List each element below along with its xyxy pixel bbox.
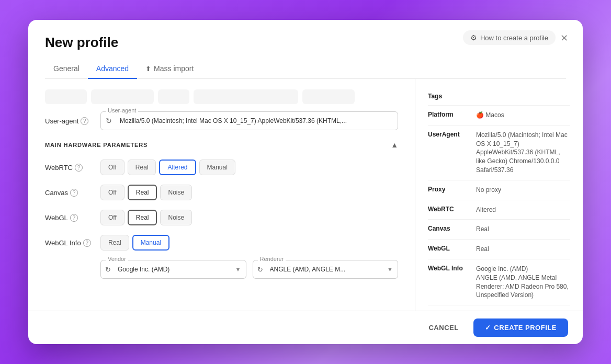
webgl-info-help-icon[interactable]: ? (83, 239, 91, 247)
close-button[interactable]: ✕ (556, 30, 572, 46)
webgl-info-manual-btn[interactable]: Manual (132, 235, 169, 251)
right-webgpu-value: Real (476, 306, 489, 311)
webgl-off-btn[interactable]: Off (100, 210, 125, 225)
webrtc-row: WebRTC ? Off Real Altered Manual (45, 160, 398, 175)
webgl-help-icon[interactable]: ? (70, 214, 78, 222)
right-row-webgl: WebGL Real (428, 240, 570, 259)
canvas-btn-group: Off Real Noise (100, 185, 192, 200)
right-webgl-label: WebGL (428, 241, 470, 258)
right-row-webgpu: WebGPU Real (428, 305, 570, 311)
renderer-float-label: Renderer (258, 256, 286, 262)
right-webgl-value: Real (476, 241, 489, 258)
modal-header: New profile ⚙ How to create a profile ✕ … (28, 20, 583, 79)
checkmark-icon: ✓ (485, 324, 491, 332)
hardware-section-title: MAIN HARDWARE PARAMETERS (45, 142, 148, 148)
user-agent-row: User-agent ? User-agent ↻ (45, 111, 398, 130)
vendor-refresh-icon[interactable]: ↻ (105, 266, 111, 274)
canvas-help-icon[interactable]: ? (70, 189, 78, 197)
help-button[interactable]: ⚙ How to create a profile (463, 30, 556, 45)
webrtc-btn-group: Off Real Altered Manual (100, 160, 235, 175)
right-panel: Tags Platform 🍎 Macos UserAgent Mozilla/… (415, 79, 583, 311)
hardware-section-header: MAIN HARDWARE PARAMETERS ▲ (45, 141, 398, 149)
modal: New profile ⚙ How to create a profile ✕ … (28, 20, 583, 344)
right-row-webgl-info: WebGL Info Google Inc. (AMD) ANGLE (AMD,… (428, 259, 570, 305)
webrtc-off-btn[interactable]: Off (100, 160, 125, 175)
right-platform-label: Platform (428, 107, 470, 124)
webgl-info-label: WebGL Info ? (45, 239, 92, 247)
renderer-dropdown-wrap: Renderer ↻ ANGLE (AMD, ANGLE M... ▼ (253, 260, 399, 279)
right-tags-label: Tags (428, 88, 470, 104)
webgl-real-btn[interactable]: Real (128, 210, 157, 225)
webrtc-help-icon[interactable]: ? (75, 164, 83, 172)
cancel-button[interactable]: CANCEL (420, 320, 467, 336)
canvas-off-btn[interactable]: Off (100, 185, 125, 200)
tab-bar: General Advanced ⬆ Mass import (45, 59, 566, 79)
canvas-label: Canvas ? (45, 189, 92, 197)
webgl-noise-btn[interactable]: Noise (160, 210, 192, 225)
right-row-tags: Tags (428, 87, 570, 106)
vendor-float-label: Vendor (106, 256, 128, 262)
tab-mass-import[interactable]: ⬆ Mass import (137, 59, 202, 79)
right-row-canvas: Canvas Real (428, 220, 570, 240)
user-agent-help-icon[interactable]: ? (81, 117, 88, 125)
canvas-row: Canvas ? Off Real Noise (45, 185, 398, 200)
vendor-renderer-row: Vendor ↻ Google Inc. (AMD) ▼ Renderer ↻ … (100, 260, 398, 279)
user-agent-label: User-agent ? (45, 117, 92, 125)
create-profile-label: CREATE PROFILE (494, 324, 557, 332)
right-platform-value: 🍎 Macos (476, 107, 504, 124)
right-row-proxy: Proxy No proxy (428, 180, 570, 200)
right-webgpu-label: WebGPU (428, 306, 470, 311)
faded-row-top (45, 89, 398, 104)
user-agent-refresh-icon[interactable]: ↻ (106, 117, 112, 125)
webgl-info-btn-group: Real Manual (100, 235, 169, 251)
left-panel: User-agent ? User-agent ↻ MAIN HARDWARE … (28, 79, 415, 311)
help-button-label: How to create a profile (480, 34, 548, 42)
user-agent-float-label: User-agent (106, 107, 138, 113)
upload-icon: ⬆ (145, 65, 151, 73)
right-proxy-label: Proxy (428, 181, 470, 199)
webrtc-label: WebRTC ? (45, 164, 92, 172)
canvas-real-btn[interactable]: Real (128, 185, 157, 200)
user-agent-input-wrapper: User-agent ↻ (100, 111, 398, 130)
create-profile-button[interactable]: ✓ CREATE PROFILE (473, 318, 568, 337)
modal-body: User-agent ? User-agent ↻ MAIN HARDWARE … (28, 79, 583, 311)
webgl-info-real-btn[interactable]: Real (100, 235, 129, 251)
right-row-platform: Platform 🍎 Macos (428, 106, 570, 126)
right-webrtc-value: Altered (476, 201, 496, 219)
right-webrtc-label: WebRTC (428, 201, 470, 219)
right-useragent-value: Mozilla/5.0 (Macintosh; Intel Mac OS X 1… (476, 127, 570, 179)
right-canvas-label: Canvas (428, 221, 470, 238)
renderer-refresh-icon[interactable]: ↻ (257, 266, 263, 274)
canvas-noise-btn[interactable]: Noise (160, 185, 192, 200)
webgl-row: WebGL ? Off Real Noise (45, 210, 398, 225)
right-proxy-value: No proxy (476, 181, 501, 199)
user-agent-input[interactable] (100, 111, 398, 130)
right-webgl-info-value: Google Inc. (AMD) ANGLE (AMD, ANGLE Meta… (476, 260, 570, 304)
right-row-webrtc: WebRTC Altered (428, 200, 570, 220)
tab-general[interactable]: General (45, 59, 88, 79)
webrtc-real-btn[interactable]: Real (128, 160, 156, 175)
modal-footer: CANCEL ✓ CREATE PROFILE (28, 311, 583, 344)
right-useragent-label: UserAgent (428, 127, 470, 179)
gear-icon: ⚙ (470, 33, 477, 42)
right-webgl-info-label: WebGL Info (428, 260, 470, 304)
webrtc-altered-btn[interactable]: Altered (159, 160, 196, 175)
close-icon: ✕ (560, 33, 568, 43)
vendor-select[interactable]: Google Inc. (AMD) (100, 260, 246, 279)
webgl-btn-group: Off Real Noise (100, 210, 192, 225)
tab-advanced[interactable]: Advanced (88, 59, 137, 79)
webgl-label: WebGL ? (45, 214, 92, 222)
renderer-select[interactable]: ANGLE (AMD, ANGLE M... (253, 260, 399, 279)
collapse-button[interactable]: ▲ (391, 141, 398, 149)
webgl-info-row: WebGL Info ? Real Manual (45, 235, 398, 251)
webrtc-manual-btn[interactable]: Manual (199, 160, 235, 175)
vendor-dropdown-wrap: Vendor ↻ Google Inc. (AMD) ▼ (100, 260, 246, 279)
right-row-useragent: UserAgent Mozilla/5.0 (Macintosh; Intel … (428, 126, 570, 180)
right-canvas-value: Real (476, 221, 489, 238)
